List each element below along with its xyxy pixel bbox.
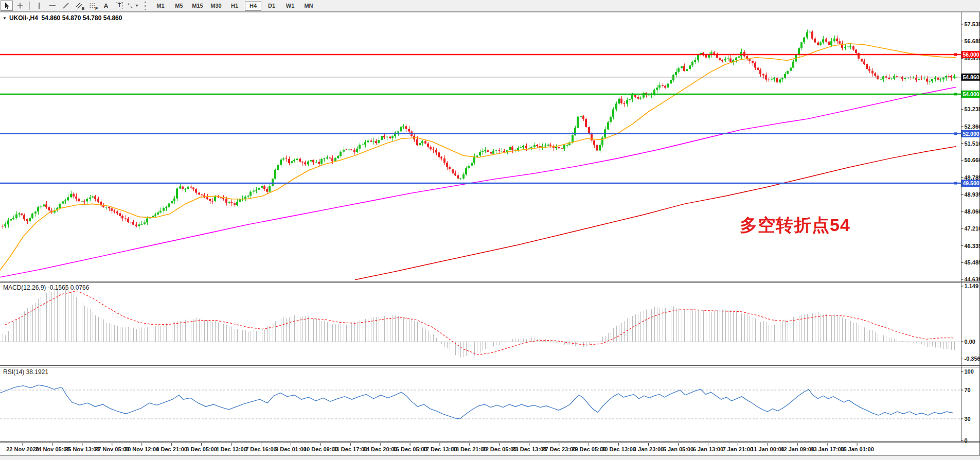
arrow-objects-tool-button[interactable]: [127, 1, 139, 11]
drawing-toolbar: EFAT: [0, 0, 139, 11]
horizontal-line-icon: [48, 2, 57, 10]
svg-text:56.000: 56.000: [963, 51, 979, 58]
svg-text:7 Dec 16:00: 7 Dec 16:00: [245, 446, 277, 452]
svg-text:23 Dec 13:00: 23 Dec 13:00: [512, 446, 546, 452]
svg-text:70: 70: [965, 387, 971, 393]
svg-text:15 Jan 01:00: 15 Jan 01:00: [840, 446, 874, 452]
timeframe-button-m1[interactable]: M1: [152, 1, 169, 11]
text-label-tool-button[interactable]: T: [113, 1, 126, 11]
svg-text:52.360: 52.360: [965, 123, 980, 130]
svg-text:18 Dec 21:00: 18 Dec 21:00: [453, 446, 487, 452]
crosshair-tool-button[interactable]: [14, 1, 26, 11]
toolbar-grip: [145, 2, 148, 10]
svg-text:48.060: 48.060: [965, 208, 980, 215]
timeframe-button-m15[interactable]: M15: [189, 1, 206, 11]
vertical-line-icon: [35, 2, 43, 10]
svg-text:45.485: 45.485: [965, 259, 980, 266]
svg-text:54.000: 54.000: [963, 91, 979, 97]
text-tool-button[interactable]: A: [100, 1, 112, 11]
svg-text:53.235: 53.235: [965, 106, 980, 112]
chart-annotation-text[interactable]: 多空转折点54: [740, 216, 850, 235]
svg-text:48.935: 48.935: [965, 191, 980, 198]
fibonacci-tool-button[interactable]: F: [86, 1, 99, 11]
svg-text:49.500: 49.500: [963, 180, 979, 186]
svg-text:0: 0: [965, 437, 968, 444]
macd-indicator-label: MACD(12,26,9) -0.1565 0.0766: [3, 284, 89, 291]
timeframe-button-m30[interactable]: M30: [208, 1, 224, 11]
svg-text:56.685: 56.685: [965, 38, 980, 44]
symbol-ohlc-title: ▼UKOil-,H4 54.860 54.870 54.780 54.860: [3, 14, 122, 22]
svg-text:0.00: 0.00: [965, 339, 975, 345]
svg-text:17 Dec 13:00: 17 Dec 13:00: [423, 446, 457, 452]
svg-text:22 Nov 2020: 22 Nov 2020: [6, 446, 39, 452]
svg-text:57.535: 57.535: [965, 21, 980, 27]
svg-text:100: 100: [965, 368, 974, 375]
svg-text:47.210: 47.210: [965, 225, 980, 232]
timeframe-button-mn[interactable]: MN: [300, 1, 317, 11]
svg-text:3 Dec 05:00: 3 Dec 05:00: [186, 446, 217, 452]
cursor-tool-button[interactable]: [1, 1, 13, 11]
svg-text:52.000: 52.000: [963, 131, 979, 137]
cursor-icon: [3, 2, 11, 10]
svg-text:3 Jan 23:00: 3 Jan 23:00: [633, 446, 664, 452]
toolbar-separator: [29, 2, 30, 10]
svg-text:4 Dec 13:00: 4 Dec 13:00: [216, 446, 247, 452]
svg-text:30: 30: [965, 416, 971, 422]
svg-text:11 Jan 00:00: 11 Jan 00:00: [751, 446, 785, 452]
symbol-title-text: UKOil-,H4 54.860 54.870 54.780 54.860: [9, 14, 122, 22]
svg-text:44.635: 44.635: [965, 276, 980, 282]
equidistant-channel-badge: E: [82, 6, 84, 11]
svg-text:-0.3563: -0.3563: [965, 356, 980, 362]
svg-text:27 Dec 23:00: 27 Dec 23:00: [542, 446, 576, 452]
svg-text:9 Dec 01:00: 9 Dec 01:00: [275, 446, 307, 452]
svg-text:6 Jan 13:00: 6 Jan 13:00: [693, 446, 723, 452]
fibonacci-badge: F: [95, 6, 98, 11]
svg-text:5 Jan 05:00: 5 Jan 05:00: [663, 446, 693, 452]
equidistant-channel-tool-button[interactable]: E: [73, 1, 85, 11]
svg-text:1 Dec 21:00: 1 Dec 21:00: [156, 446, 187, 452]
crosshair-icon: [16, 2, 24, 10]
hline-handle[interactable]: [954, 132, 957, 135]
svg-text:22 Dec 05:00: 22 Dec 05:00: [483, 446, 517, 452]
trendline-tool-button[interactable]: [60, 1, 72, 11]
dropdown-caret-icon[interactable]: [135, 5, 138, 7]
text-label-icon: T: [116, 2, 123, 9]
vertical-line-tool-button[interactable]: [33, 1, 45, 11]
rsi-indicator-label: RSI(14) 38.1921: [3, 368, 48, 376]
hline-handle[interactable]: [954, 93, 957, 95]
svg-text:30 Dec 13:00: 30 Dec 13:00: [601, 446, 636, 452]
collapse-arrow-icon[interactable]: ▼: [3, 16, 7, 21]
svg-text:16 Dec 05:00: 16 Dec 05:00: [393, 446, 427, 452]
svg-text:29 Dec 05:00: 29 Dec 05:00: [572, 446, 606, 452]
svg-text:30 Nov 12:00: 30 Nov 12:00: [124, 446, 159, 452]
svg-text:7 Jan 21:00: 7 Jan 21:00: [723, 446, 753, 452]
svg-text:11 Dec 17:00: 11 Dec 17:00: [333, 446, 367, 452]
svg-text:10 Dec 09:00: 10 Dec 09:00: [304, 446, 338, 452]
toolbar: EFAT M1M5M15M30H1H4D1W1MN: [0, 0, 980, 12]
hline-handle[interactable]: [954, 54, 957, 56]
timeframe-toolbar: M1M5M15M30H1H4D1W1MN: [151, 0, 318, 11]
svg-text:14 Dec 20:00: 14 Dec 20:00: [363, 446, 398, 452]
svg-text:51.510: 51.510: [965, 140, 980, 147]
arrow-objects-icon: [127, 2, 133, 10]
svg-text:54.860: 54.860: [963, 74, 979, 80]
svg-text:12 Jan 09:00: 12 Jan 09:00: [780, 446, 814, 452]
text-icon: A: [103, 3, 108, 9]
timeframe-button-h4[interactable]: H4: [245, 1, 261, 11]
timeframe-button-h1[interactable]: H1: [226, 1, 243, 11]
svg-text:13 Jan 17:00: 13 Jan 17:00: [810, 446, 844, 452]
svg-text:50.660: 50.660: [965, 157, 980, 163]
horizontal-line-tool-button[interactable]: [46, 1, 59, 11]
timeframe-button-w1[interactable]: W1: [282, 1, 298, 11]
hline-handle[interactable]: [954, 182, 957, 184]
timeframe-button-m5[interactable]: M5: [171, 1, 187, 11]
svg-text:46.335: 46.335: [965, 243, 980, 249]
trendline-icon: [62, 2, 70, 10]
svg-text:1.149: 1.149: [965, 283, 979, 289]
timeframe-button-d1[interactable]: D1: [263, 1, 280, 11]
status-strip: [0, 455, 980, 460]
